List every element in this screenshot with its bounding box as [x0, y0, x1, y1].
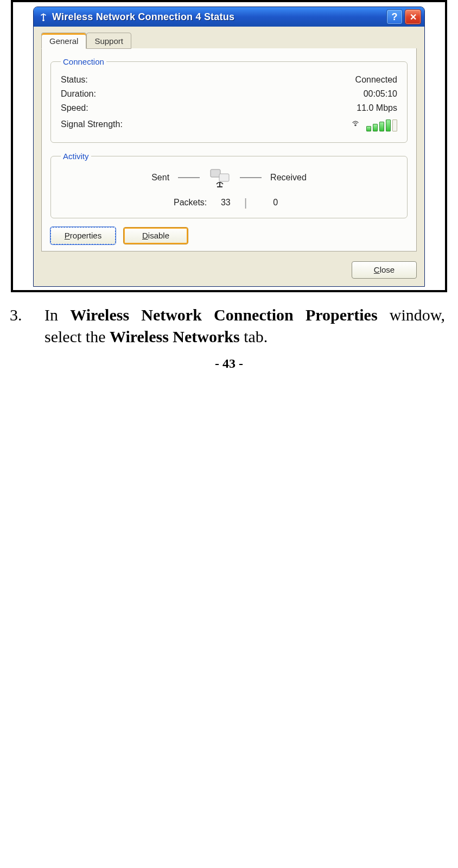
window-close-button[interactable]: ✕	[405, 9, 421, 24]
window-title: Wireless Network Connection 4 Status	[52, 11, 386, 23]
action-buttons: Properties Disable	[50, 227, 408, 244]
tab-support-label: Support	[94, 36, 123, 46]
duration-label: Duration:	[61, 89, 96, 99]
connection-legend: Connection	[61, 57, 106, 66]
status-value: Connected	[355, 75, 397, 85]
activity-group: Activity Sent	[50, 152, 408, 218]
instruction-step-3: 3. In Wireless Network Connection Proper…	[8, 304, 445, 348]
wifi-antenna-icon	[350, 117, 361, 128]
wireless-icon	[38, 11, 49, 22]
title-buttons: ? ✕	[386, 9, 421, 24]
tab-strip: General Support	[41, 32, 417, 49]
tab-general[interactable]: General	[41, 33, 86, 49]
dialog-body: General Support Connection Status: Conne…	[34, 27, 424, 286]
figure-border: Wireless Network Connection 4 Status ? ✕…	[11, 0, 447, 292]
speed-row: Speed: 11.0 Mbps	[61, 101, 397, 115]
close-button[interactable]: Close	[352, 261, 417, 279]
step-number: 3.	[8, 304, 44, 348]
tab-general-label: General	[49, 36, 78, 46]
speed-label: Speed:	[61, 103, 88, 113]
activity-legend: Activity	[61, 152, 91, 161]
properties-button[interactable]: Properties	[50, 227, 116, 244]
activity-dash-right	[240, 177, 262, 178]
connection-group: Connection Status: Connected Duration: 0…	[50, 57, 408, 143]
close-button-rest: lose	[380, 265, 395, 274]
duration-row: Duration: 00:05:10	[61, 87, 397, 101]
speed-value: 11.0 Mbps	[357, 103, 397, 113]
tab-support[interactable]: Support	[86, 33, 131, 49]
titlebar[interactable]: Wireless Network Connection 4 Status ? ✕	[34, 7, 424, 27]
activity-received-label: Received	[270, 173, 307, 183]
packets-sent-value: 33	[207, 198, 240, 207]
svg-point-0	[42, 20, 44, 22]
close-icon: ✕	[410, 12, 417, 22]
activity-sent-label: Sent	[151, 173, 169, 183]
step-bold-2: Wireless Networks	[110, 328, 240, 345]
disable-button-rest: isable	[148, 231, 169, 240]
close-row: Close	[41, 261, 417, 279]
activity-diagram: Sent	[61, 167, 397, 209]
help-icon: ?	[392, 11, 398, 23]
activity-dash-left	[178, 177, 200, 178]
svg-point-1	[354, 124, 357, 127]
disable-button[interactable]: Disable	[123, 227, 188, 244]
signal-value	[350, 117, 397, 131]
tab-panel-general: Connection Status: Connected Duration: 0…	[41, 48, 417, 251]
duration-value: 00:05:10	[364, 89, 397, 99]
status-label: Status:	[61, 75, 88, 85]
signal-label: Signal Strength:	[61, 119, 123, 129]
page-number: - 43 -	[0, 356, 458, 371]
packets-received-value: 0	[251, 198, 284, 207]
step-text-prefix: In	[44, 306, 70, 324]
step-bold-1: Wireless Network Connection Properties	[70, 306, 377, 324]
signal-bars-icon	[366, 119, 397, 131]
packets-label: Packets:	[174, 198, 207, 207]
svg-rect-2	[211, 169, 220, 177]
step-text: In Wireless Network Connection Propertie…	[44, 304, 445, 348]
svg-rect-3	[219, 174, 229, 181]
status-row: Status: Connected	[61, 73, 397, 87]
status-dialog-window: Wireless Network Connection 4 Status ? ✕…	[33, 7, 425, 287]
step-text-suffix: tab.	[240, 328, 268, 345]
properties-button-rest: roperties	[70, 231, 101, 240]
document-page: Wireless Network Connection 4 Status ? ✕…	[0, 0, 458, 381]
network-computers-icon	[208, 167, 231, 188]
signal-row: Signal Strength:	[61, 115, 397, 134]
packets-divider: |	[240, 197, 251, 209]
help-button[interactable]: ?	[386, 9, 403, 24]
